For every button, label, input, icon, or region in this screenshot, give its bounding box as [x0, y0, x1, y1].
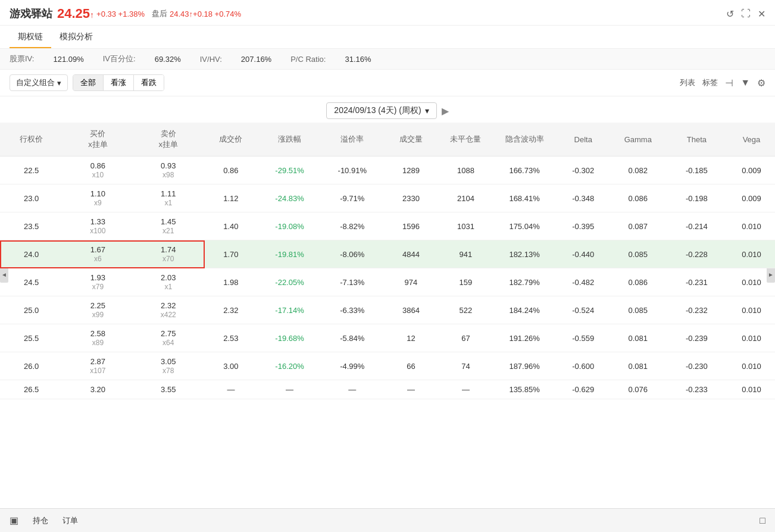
cell-theta: -0.233: [665, 380, 728, 399]
filter-call-button[interactable]: 看涨: [104, 75, 134, 90]
custom-combo-button[interactable]: 自定义组合 ▾: [10, 74, 68, 91]
cell-bid: 1.93x79: [62, 268, 133, 296]
col-header-chg: 涨跌幅: [258, 123, 321, 157]
cell-chg: -22.05%: [258, 268, 321, 296]
cell-delta: -0.629: [556, 380, 611, 399]
col-header-bid: 买价x挂单: [62, 123, 133, 157]
after-price: 24.43↑: [170, 10, 193, 18]
sidebar-toggle-icon[interactable]: ▣: [10, 515, 18, 526]
freeze-columns-icon[interactable]: ⊣: [725, 77, 733, 89]
stat-ivhv-value: 207.16%: [241, 55, 271, 64]
cell-ask: 2.32x422: [133, 296, 204, 324]
cell-vol: 1289: [383, 157, 438, 184]
cell-delta: -0.348: [556, 184, 611, 212]
cell-theta: -0.228: [665, 240, 728, 268]
tab-portfolio[interactable]: 持仓: [33, 515, 48, 526]
close-icon[interactable]: ✕: [758, 8, 765, 20]
stock-price: 24.25↑: [57, 6, 94, 21]
refresh-icon[interactable]: ↺: [726, 8, 734, 20]
cell-iv: 135.85%: [493, 380, 555, 399]
table-row[interactable]: 26.0 2.87x107 3.05x78 3.00 -16.20% -4.99…: [0, 352, 775, 380]
date-label: 2024/09/13 (4天) (周权): [334, 105, 421, 116]
cell-gamma: 0.081: [611, 324, 665, 352]
view-tag-label[interactable]: 标签: [702, 77, 718, 88]
stat-iv-value: 121.09%: [53, 55, 83, 64]
filter-icon[interactable]: ▼: [740, 77, 750, 88]
cell-gamma: 0.082: [611, 157, 665, 184]
cell-theta: -0.185: [665, 157, 728, 184]
cell-bid: 2.58x89: [62, 324, 133, 352]
cell-strike: 26.5: [0, 380, 62, 399]
col-header-delta: Delta: [556, 123, 611, 157]
cell-last: 2.53: [204, 324, 258, 352]
table-row[interactable]: 24.0 1.67x6 1.74x70 1.70 -19.81% -8.06% …: [0, 240, 775, 268]
cell-last: 2.32: [204, 296, 258, 324]
col-header-prem: 溢价率: [321, 123, 383, 157]
header: 游戏驿站 24.25↑ +0.33 +1.38% 盘后 24.43↑ +0.18…: [0, 0, 775, 26]
cell-strike: 23.5: [0, 212, 62, 240]
options-table-wrapper: 行权价 买价x挂单 卖价x挂单 成交价 涨跌幅 溢价率 成交量 未平仓量 隐含波…: [0, 123, 775, 500]
cell-prem: -9.71%: [321, 184, 383, 212]
cell-prem: -7.13%: [321, 268, 383, 296]
col-header-iv: 隐含波动率: [493, 123, 555, 157]
cell-oi: 2104: [438, 184, 493, 212]
cell-vega: 0.010: [728, 380, 775, 399]
view-list-label[interactable]: 列表: [680, 77, 695, 88]
cell-theta: -0.230: [665, 352, 728, 380]
cell-gamma: 0.087: [611, 212, 665, 240]
tab-orders[interactable]: 订单: [62, 515, 78, 526]
table-row[interactable]: 23.5 1.33x100 1.45x21 1.40 -19.08% -8.82…: [0, 212, 775, 240]
cell-bid: 2.25x99: [62, 296, 133, 324]
date-next-arrow[interactable]: ▶: [442, 105, 449, 117]
cell-vega: 0.010: [728, 240, 775, 268]
cell-vega: 0.010: [728, 352, 775, 380]
settings-icon[interactable]: ⚙: [757, 77, 765, 89]
table-row[interactable]: 25.5 2.58x89 2.75x64 2.53 -19.68% -5.84%…: [0, 324, 775, 352]
cell-ask: 1.74x70: [133, 240, 204, 268]
cell-iv: 175.04%: [493, 212, 555, 240]
cell-last: 1.40: [204, 212, 258, 240]
table-row[interactable]: 25.0 2.25x99 2.32x422 2.32 -17.14% -6.33…: [0, 296, 775, 324]
cell-vol: 974: [383, 268, 438, 296]
col-header-gamma: Gamma: [611, 123, 665, 157]
cell-theta: -0.239: [665, 324, 728, 352]
table-row[interactable]: 23.0 1.10x9 1.11x1 1.12 -24.83% -9.71% 2…: [0, 184, 775, 212]
cell-oi: 522: [438, 296, 493, 324]
cell-chg: —: [258, 380, 321, 399]
tab-analysis[interactable]: 模拟分析: [51, 26, 101, 48]
cell-prem: -4.99%: [321, 352, 383, 380]
cell-strike: 23.0: [0, 184, 62, 212]
cell-chg: -17.14%: [258, 296, 321, 324]
stat-pc-label: P/C Ratio:: [290, 55, 326, 64]
options-table-container[interactable]: 行权价 买价x挂单 卖价x挂单 成交价 涨跌幅 溢价率 成交量 未平仓量 隐含波…: [0, 123, 775, 500]
cell-bid: 1.67x6: [62, 240, 133, 268]
minimize-icon[interactable]: □: [760, 515, 765, 525]
fullscreen-icon[interactable]: ⛶: [741, 8, 751, 19]
cell-last: 1.70: [204, 240, 258, 268]
cell-iv: 168.41%: [493, 184, 555, 212]
col-header-last: 成交价: [204, 123, 258, 157]
cell-oi: 1088: [438, 157, 493, 184]
table-row[interactable]: 26.5 3.20 3.55 — — — — — 135.85% -0.629 …: [0, 380, 775, 399]
cell-ask: 0.93x98: [133, 157, 204, 184]
filter-all-button[interactable]: 全部: [73, 75, 104, 90]
cell-delta: -0.302: [556, 157, 611, 184]
chevron-down-icon: ▾: [57, 79, 61, 87]
cell-strike: 24.0: [0, 240, 62, 268]
stock-name: 游戏驿站: [10, 7, 52, 21]
date-picker-button[interactable]: 2024/09/13 (4天) (周权) ▾: [326, 102, 436, 119]
cell-vol: 4844: [383, 240, 438, 268]
col-header-oi: 未平仓量: [438, 123, 493, 157]
cell-oi: 67: [438, 324, 493, 352]
after-change: +0.18 +0.74%: [193, 10, 241, 18]
stat-pc-value: 31.16%: [345, 55, 371, 64]
table-row[interactable]: 22.5 0.86x10 0.93x98 0.86 -29.51% -10.91…: [0, 157, 775, 184]
table-row[interactable]: 24.5 1.93x79 2.03x1 1.98 -22.05% -7.13% …: [0, 268, 775, 296]
cell-prem: -8.06%: [321, 240, 383, 268]
cell-oi: 941: [438, 240, 493, 268]
filter-put-button[interactable]: 看跌: [134, 75, 164, 90]
cell-gamma: 0.085: [611, 296, 665, 324]
tab-chain[interactable]: 期权链: [10, 26, 51, 48]
cell-oi: —: [438, 380, 493, 399]
cell-vega: 0.009: [728, 184, 775, 212]
